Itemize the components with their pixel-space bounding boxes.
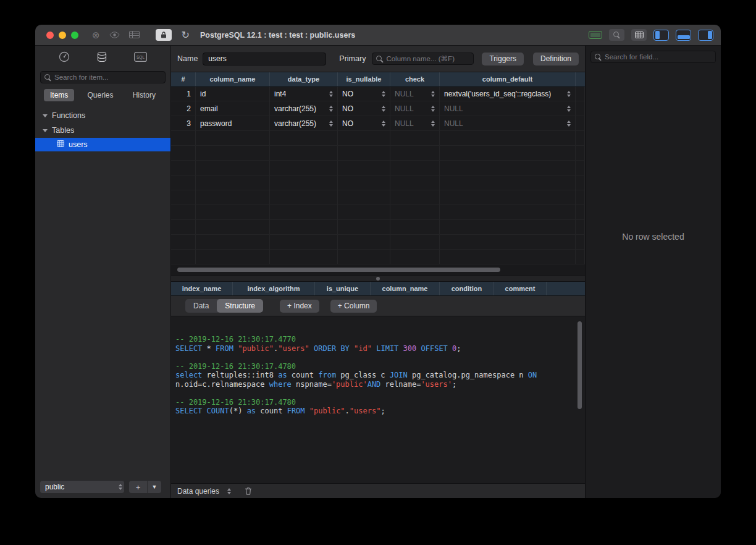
value-stepper-icon[interactable]	[565, 120, 571, 127]
add-index-button[interactable]: + Index	[280, 300, 319, 313]
table-row[interactable]: 3passwordvarchar(255)NONULLNULLEM	[171, 116, 585, 131]
empty-cell[interactable]	[270, 205, 338, 219]
database-icon[interactable]	[96, 51, 107, 65]
index-column-header[interactable]: index_name	[171, 282, 233, 295]
tab-queries[interactable]: Queries	[81, 89, 119, 101]
index-column-header[interactable]: column_name	[371, 282, 440, 295]
add-connection-button[interactable]: +	[129, 481, 148, 493]
view-tab-data[interactable]: Data	[185, 299, 217, 313]
empty-cell[interactable]	[171, 146, 196, 160]
row-number-cell[interactable]: 1	[171, 87, 196, 101]
add-options-button[interactable]: ▼	[148, 481, 161, 493]
tab-history[interactable]: History	[127, 89, 162, 101]
empty-cell[interactable]	[390, 161, 440, 175]
value-stepper-icon[interactable]	[429, 120, 435, 127]
empty-cell[interactable]	[270, 146, 338, 160]
empty-cell[interactable]	[440, 235, 576, 249]
empty-cell[interactable]	[196, 190, 270, 205]
field-search-input[interactable]	[605, 53, 712, 61]
empty-cell[interactable]	[171, 235, 196, 249]
column-name-cell[interactable]: password	[196, 116, 270, 130]
empty-cell[interactable]	[390, 131, 440, 145]
empty-cell[interactable]	[576, 161, 585, 175]
empty-table-row[interactable]	[171, 250, 585, 264]
value-stepper-icon[interactable]	[565, 91, 571, 97]
empty-cell[interactable]	[196, 131, 270, 145]
empty-cell[interactable]	[576, 131, 585, 145]
toggle-right-panel-button[interactable]	[698, 30, 713, 41]
empty-cell[interactable]	[270, 175, 338, 190]
index-column-header[interactable]: comment	[494, 282, 547, 295]
empty-table-row[interactable]	[171, 146, 585, 161]
column-search[interactable]	[372, 53, 474, 65]
empty-cell[interactable]	[440, 250, 576, 264]
connection-icon[interactable]	[59, 51, 70, 65]
empty-cell[interactable]	[440, 190, 576, 205]
empty-cell[interactable]	[576, 250, 585, 264]
table-row[interactable]: 1idint4NONULLnextval('users_id_seq'::reg…	[171, 87, 585, 101]
add-column-button[interactable]: + Column	[330, 300, 377, 313]
column-name-cell[interactable]: id	[196, 87, 270, 101]
empty-cell[interactable]	[440, 161, 576, 175]
empty-cell[interactable]	[390, 250, 440, 264]
value-stepper-icon[interactable]	[429, 106, 435, 112]
empty-cell[interactable]	[576, 220, 585, 234]
column-header[interactable]: column_default	[440, 72, 576, 86]
sql-icon[interactable]: SQL	[134, 52, 147, 64]
refresh-icon[interactable]: ↻	[182, 30, 190, 40]
empty-cell[interactable]	[196, 235, 270, 249]
column-default-cell[interactable]: NULL	[440, 101, 576, 116]
log-filter-stepper-icon[interactable]	[225, 488, 231, 494]
empty-table-row[interactable]	[171, 161, 585, 175]
table-list-icon[interactable]	[129, 30, 140, 40]
value-stepper-icon[interactable]	[379, 120, 385, 127]
empty-table-row[interactable]	[171, 205, 585, 220]
value-stepper-icon[interactable]	[429, 91, 435, 97]
empty-table-row[interactable]	[171, 235, 585, 250]
column-default-cell[interactable]: NULL	[440, 116, 576, 130]
row-number-cell[interactable]: 3	[171, 116, 196, 130]
empty-cell[interactable]	[196, 175, 270, 190]
is-nullable-cell[interactable]: NO	[338, 101, 390, 116]
index-column-header[interactable]: index_algorithm	[233, 282, 315, 295]
search-button[interactable]	[609, 29, 624, 41]
empty-cell[interactable]	[338, 205, 390, 219]
empty-cell[interactable]	[338, 190, 390, 205]
check-cell[interactable]: NULL	[390, 101, 440, 116]
empty-cell[interactable]	[270, 220, 338, 234]
empty-cell[interactable]	[196, 250, 270, 264]
empty-cell[interactable]	[171, 205, 196, 219]
field-search[interactable]	[590, 51, 716, 63]
empty-cell[interactable]	[338, 131, 390, 145]
overflow-cell[interactable]: EM	[576, 87, 585, 101]
empty-cell[interactable]	[270, 235, 338, 249]
column-header[interactable]: #	[171, 72, 196, 86]
disclosure-triangle-icon[interactable]	[43, 129, 48, 132]
column-search-input[interactable]	[386, 55, 469, 62]
toggle-left-panel-button[interactable]	[653, 30, 669, 41]
clear-log-button[interactable]	[245, 487, 252, 495]
empty-cell[interactable]	[390, 235, 440, 249]
column-header[interactable]: data_type	[270, 72, 338, 86]
minimize-window-button[interactable]	[59, 32, 66, 39]
index-column-header[interactable]: is_unique	[315, 282, 371, 295]
empty-cell[interactable]	[196, 220, 270, 234]
sidebar-search-input[interactable]	[54, 74, 161, 81]
value-stepper-icon[interactable]	[327, 120, 333, 127]
data-type-cell[interactable]: varchar(255)	[270, 101, 338, 116]
empty-cell[interactable]	[171, 131, 196, 145]
empty-cell[interactable]	[338, 220, 390, 234]
log-filter-label[interactable]: Data queries	[177, 487, 219, 496]
tree-item-tables[interactable]: Tables	[35, 123, 170, 138]
empty-cell[interactable]	[270, 190, 338, 205]
empty-cell[interactable]	[390, 175, 440, 190]
empty-table-row[interactable]	[171, 190, 585, 205]
scrollbar-thumb[interactable]	[177, 268, 500, 272]
empty-cell[interactable]	[390, 190, 440, 205]
empty-cell[interactable]	[338, 161, 390, 175]
grid-view-button[interactable]	[631, 29, 647, 41]
empty-cell[interactable]	[338, 235, 390, 249]
empty-cell[interactable]	[270, 250, 338, 264]
empty-cell[interactable]	[196, 146, 270, 160]
value-stepper-icon[interactable]	[379, 91, 385, 97]
